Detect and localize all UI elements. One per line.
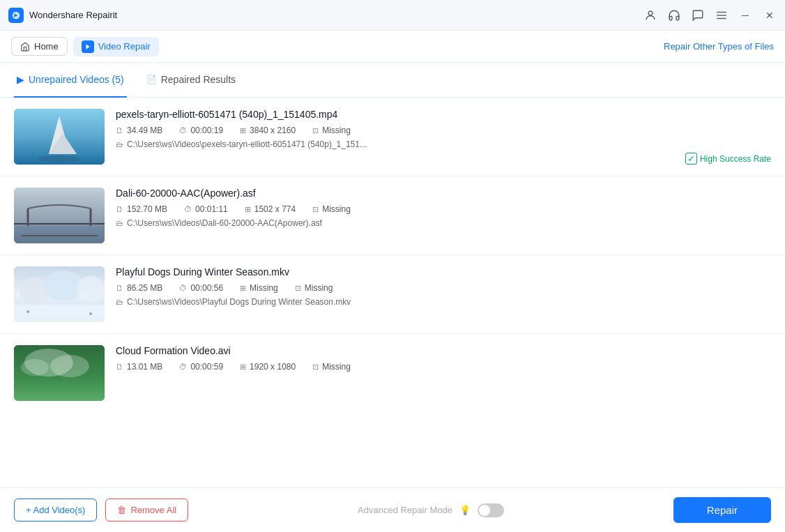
repair-button[interactable]: Repair xyxy=(673,497,771,523)
file-icon: 🗋 xyxy=(116,126,123,135)
advanced-repair-label: Advanced Repair Mode xyxy=(358,505,452,515)
tab-repaired-label: Repaired Results xyxy=(161,74,236,85)
meta-size: 🗋 152.70 MB xyxy=(116,204,167,214)
navbar: Home Video Repair Repair Other Types of … xyxy=(0,31,785,63)
titlebar-controls: ─ ✕ xyxy=(644,8,777,22)
folder-icon: 🗁 xyxy=(116,219,123,227)
video-thumbnail xyxy=(14,109,105,165)
meta-duration: ⏱ 00:00:19 xyxy=(179,126,223,135)
meta-duration: ⏱ 00:00:59 xyxy=(179,362,223,372)
video-repair-nav-button[interactable]: Video Repair xyxy=(73,37,159,56)
home-label: Home xyxy=(34,41,59,52)
menu-icon[interactable] xyxy=(715,9,728,22)
video-repair-icon xyxy=(82,40,94,53)
meta-size: 🗋 86.25 MB xyxy=(116,283,162,293)
video-path: 🗁 C:\Users\ws\Videos\pexels-taryn-elliot… xyxy=(116,139,662,149)
app-title: Wondershare Repairit xyxy=(29,10,117,20)
home-nav-button[interactable]: Home xyxy=(11,37,68,56)
tabs-bar: ▶ Unrepaired Videos (5) 📄 Repaired Resul… xyxy=(0,63,785,98)
video-info: Playful Dogs During Winter Season.mkv 🗋 … xyxy=(116,266,662,307)
codec-icon: ⊡ xyxy=(312,363,319,372)
video-item-right xyxy=(673,345,771,401)
meta-resolution: ⊞ 1502 x 774 xyxy=(245,204,296,214)
trash-icon: 🗑 xyxy=(117,505,126,515)
codec-icon: ⊡ xyxy=(312,126,319,135)
video-info: pexels-taryn-elliott-6051471 (540p)_1_15… xyxy=(116,109,662,149)
video-meta: 🗋 86.25 MB ⏱ 00:00:56 ⊞ Missing ⊡ Missin… xyxy=(116,283,662,293)
tab-repaired-icon: 📄 xyxy=(146,75,157,84)
file-icon: 🗋 xyxy=(116,284,123,292)
close-button[interactable]: ✕ xyxy=(763,8,777,22)
file-icon: 🗋 xyxy=(116,363,123,371)
video-item: Dali-60-20000-AAC(Apower).asf 🗋 152.70 M… xyxy=(0,176,785,255)
headphone-icon[interactable] xyxy=(668,9,680,22)
advanced-repair-toggle[interactable] xyxy=(478,503,504,517)
info-icon: 💡 xyxy=(459,505,471,515)
video-meta: 🗋 152.70 MB ⏱ 00:01:11 ⊞ 1502 x 774 ⊡ Mi… xyxy=(116,204,662,214)
video-item: Cloud Formation Video.avi 🗋 13.01 MB ⏱ 0… xyxy=(0,334,785,412)
meta-codec: ⊡ Missing xyxy=(312,362,351,372)
navbar-left: Home Video Repair xyxy=(11,37,159,56)
resolution-icon: ⊞ xyxy=(240,363,246,372)
tab-repaired[interactable]: 📄 Repaired Results xyxy=(144,63,238,98)
video-info: Dali-60-20000-AAC(Apower).asf 🗋 152.70 M… xyxy=(116,188,662,228)
remove-all-button[interactable]: 🗑 Remove All xyxy=(105,499,188,522)
add-video-button[interactable]: + Add Video(s) xyxy=(14,499,97,522)
main-content: ▶ Unrepaired Videos (5) 📄 Repaired Resul… xyxy=(0,63,785,487)
toggle-knob xyxy=(479,505,490,516)
svg-point-9 xyxy=(38,155,80,162)
home-icon xyxy=(20,42,30,52)
app-icon xyxy=(8,8,24,23)
repair-other-link[interactable]: Repair Other Types of Files xyxy=(664,41,774,52)
video-name: Dali-60-20000-AAC(Apower).asf xyxy=(116,188,662,199)
meta-resolution: ⊞ 1920 x 1080 xyxy=(240,362,296,372)
meta-codec: ⊡ Missing xyxy=(312,126,351,135)
video-item-right: ✓ High Success Rate xyxy=(673,109,771,165)
clock-icon: ⏱ xyxy=(179,284,187,292)
video-thumbnail xyxy=(14,266,105,322)
svg-rect-11 xyxy=(14,226,105,243)
meta-duration: ⏱ 00:01:11 xyxy=(184,204,228,214)
bottombar-left: + Add Video(s) 🗑 Remove All xyxy=(14,499,188,522)
meta-resolution: ⊞ Missing xyxy=(240,283,278,293)
video-item: Playful Dogs During Winter Season.mkv 🗋 … xyxy=(0,255,785,334)
titlebar-left: Wondershare Repairit xyxy=(8,8,117,23)
clock-icon: ⏱ xyxy=(184,205,192,213)
folder-icon: 🗁 xyxy=(116,298,123,306)
minimize-button[interactable]: ─ xyxy=(739,8,752,22)
video-thumbnail xyxy=(14,188,105,243)
remove-all-label: Remove All xyxy=(130,505,176,515)
svg-point-18 xyxy=(77,276,105,301)
clock-icon: ⏱ xyxy=(179,363,187,371)
svg-point-1 xyxy=(648,11,653,15)
video-item: pexels-taryn-elliott-6051471 (540p)_1_15… xyxy=(0,98,785,176)
clock-icon: ⏱ xyxy=(179,126,187,135)
svg-point-17 xyxy=(43,271,82,301)
codec-icon: ⊡ xyxy=(295,284,301,293)
video-path: 🗁 C:\Users\ws\Videos\Dali-60-20000-AAC(A… xyxy=(116,218,662,228)
svg-point-21 xyxy=(89,312,92,315)
tab-unrepaired-label: Unrepaired Videos (5) xyxy=(29,74,124,85)
video-info: Cloud Formation Video.avi 🗋 13.01 MB ⏱ 0… xyxy=(116,345,662,376)
meta-size: 🗋 13.01 MB xyxy=(116,362,162,372)
video-repair-label: Video Repair xyxy=(98,41,151,52)
video-list: pexels-taryn-elliott-6051471 (540p)_1_15… xyxy=(0,98,785,487)
chat-icon[interactable] xyxy=(692,9,704,22)
video-name: Playful Dogs During Winter Season.mkv xyxy=(116,266,662,278)
success-badge: ✓ High Success Rate xyxy=(685,153,771,165)
video-name: Cloud Formation Video.avi xyxy=(116,345,662,356)
svg-point-20 xyxy=(26,310,29,313)
tab-unrepaired[interactable]: ▶ Unrepaired Videos (5) xyxy=(14,63,127,98)
video-item-right xyxy=(673,188,771,243)
titlebar: Wondershare Repairit ─ ✕ xyxy=(0,0,785,31)
video-meta: 🗋 13.01 MB ⏱ 00:00:59 ⊞ 1920 x 1080 ⊡ Mi… xyxy=(116,362,662,372)
svg-point-25 xyxy=(21,359,49,376)
video-meta: 🗋 34.49 MB ⏱ 00:00:19 ⊞ 3840 x 2160 ⊡ Mi… xyxy=(116,126,662,135)
bottombar: + Add Video(s) 🗑 Remove All Advanced Rep… xyxy=(0,487,785,532)
folder-icon: 🗁 xyxy=(116,140,123,149)
svg-rect-8 xyxy=(52,151,66,153)
user-icon[interactable] xyxy=(644,9,657,22)
video-path: 🗁 C:\Users\ws\Videos\Playful Dogs During… xyxy=(116,297,662,307)
video-name: pexels-taryn-elliott-6051471 (540p)_1_15… xyxy=(116,109,662,120)
svg-marker-5 xyxy=(86,44,89,50)
